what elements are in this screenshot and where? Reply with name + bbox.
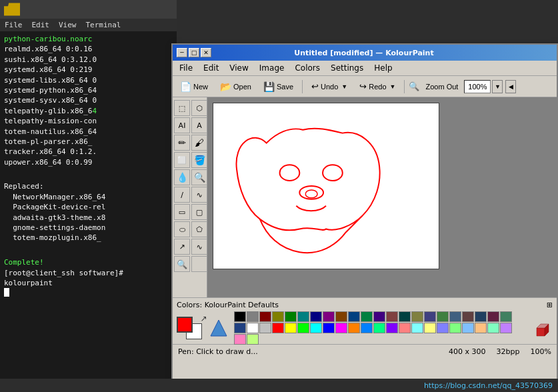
color-swatch[interactable] — [234, 334, 246, 345]
window-buttons[interactable]: ─ □ ✕ — [177, 48, 211, 57]
color-swatch[interactable] — [386, 311, 398, 322]
undo-button[interactable]: ↩ Undo ▼ — [307, 79, 352, 95]
color-swatch[interactable] — [297, 311, 309, 322]
extra-tool[interactable] — [191, 256, 207, 272]
select-tool[interactable]: ⬚ — [174, 100, 190, 116]
eraser-tool[interactable]: ⬜ — [174, 152, 190, 168]
menu-file[interactable]: File — [175, 62, 197, 74]
zoom-dropdown-button[interactable]: ▼ — [492, 80, 503, 93]
terminal-menubar[interactable]: File Edit View Terminal — [0, 19, 177, 31]
color-swatch[interactable] — [386, 323, 398, 333]
color-swatch[interactable] — [272, 323, 284, 333]
foreground-color[interactable] — [177, 317, 193, 333]
undo-label: Undo — [321, 83, 338, 91]
close-button[interactable]: ✕ — [201, 48, 211, 57]
text-tool[interactable]: A — [191, 117, 207, 133]
color-swatch[interactable] — [297, 323, 309, 333]
color-swatch[interactable] — [399, 311, 411, 322]
color-swatch[interactable] — [323, 311, 335, 322]
color-swatch[interactable] — [487, 323, 499, 333]
menu-colors[interactable]: Colors — [291, 62, 324, 74]
color-swatch[interactable] — [475, 311, 487, 322]
color-swatch[interactable] — [373, 323, 385, 333]
menu-settings[interactable]: Settings — [327, 62, 367, 74]
color-swatch[interactable] — [335, 323, 347, 333]
drawing-canvas[interactable] — [213, 103, 439, 269]
menu-view[interactable]: View — [225, 62, 252, 74]
color-swatch[interactable] — [462, 311, 474, 322]
save-button[interactable]: 💾 Save — [259, 79, 298, 95]
color-swatch[interactable] — [335, 311, 347, 322]
fill-tool[interactable]: 🪣 — [191, 152, 207, 168]
redo-button[interactable]: ↪ Redo ▼ — [355, 79, 400, 95]
freeselect-tool[interactable]: ⬡ — [191, 100, 207, 116]
menu-help[interactable]: Help — [370, 62, 396, 74]
minimize-button[interactable]: ─ — [177, 48, 187, 57]
color-swatch[interactable] — [285, 311, 297, 322]
color-swatch[interactable] — [424, 323, 436, 333]
pencil-tool[interactable]: ✏ — [174, 135, 190, 151]
curve-tool[interactable]: ∿ — [191, 187, 207, 203]
color-swatch[interactable] — [500, 311, 512, 322]
color-swatch[interactable] — [487, 311, 499, 322]
menu-image[interactable]: Image — [255, 62, 289, 74]
zoom-tool[interactable]: 🔍 — [174, 256, 190, 272]
zoom-input[interactable] — [464, 80, 491, 93]
terminal-menu-edit[interactable]: Edit — [30, 20, 52, 30]
terminal-menu-file[interactable]: File — [3, 20, 25, 30]
color-swatch[interactable] — [234, 311, 246, 322]
magnify-tool[interactable]: 🔍 — [191, 169, 207, 185]
ellipse-tool[interactable]: ⬭ — [174, 221, 190, 237]
color-swatch[interactable] — [323, 323, 335, 333]
terminal-menu-terminal[interactable]: Terminal — [84, 20, 123, 30]
undo-dropdown-icon[interactable]: ▼ — [341, 83, 347, 90]
color-swatch[interactable] — [411, 323, 423, 333]
color-swatch[interactable] — [272, 311, 284, 322]
maximize-button[interactable]: □ — [189, 48, 199, 57]
color-swatch[interactable] — [437, 311, 449, 322]
zoom-extra-button[interactable]: ◀ — [505, 80, 516, 93]
color-swatch[interactable] — [361, 323, 373, 333]
color-swatch[interactable] — [348, 311, 360, 322]
color-swatch[interactable] — [411, 311, 423, 322]
eyedropper-tool[interactable]: 💧 — [174, 169, 190, 185]
color-cursor-icon: ↗ — [201, 314, 207, 323]
polygon-tool[interactable]: ⬠ — [191, 221, 207, 237]
terminal-menu-view[interactable]: View — [57, 20, 79, 30]
redo-dropdown-icon[interactable]: ▼ — [390, 83, 396, 90]
canvas-area[interactable] — [207, 97, 557, 297]
color-swatch[interactable] — [285, 323, 297, 333]
ai-tool[interactable]: AI — [174, 117, 190, 133]
color-swatch[interactable] — [462, 323, 474, 333]
palette-expand-icon[interactable]: ⊞ — [547, 301, 553, 309]
color-swatch[interactable] — [475, 323, 487, 333]
color-swatch[interactable] — [310, 311, 322, 322]
color-swatch[interactable] — [437, 323, 449, 333]
color-swatch[interactable] — [310, 323, 322, 333]
open-button[interactable]: 📂 Open — [215, 79, 256, 95]
color-swatch[interactable] — [399, 323, 411, 333]
color-swatch[interactable] — [500, 323, 512, 333]
new-button[interactable]: 📄 New — [175, 79, 213, 95]
roundrect-tool[interactable]: ▢ — [191, 204, 207, 220]
rect-tool[interactable]: ▭ — [174, 204, 190, 220]
color-swatch[interactable] — [361, 311, 373, 322]
open-icon: 📂 — [220, 81, 231, 92]
color-swatch[interactable] — [259, 311, 271, 322]
color-swatch[interactable] — [424, 311, 436, 322]
color-swatch[interactable] — [373, 311, 385, 322]
color-swatch[interactable] — [247, 311, 259, 322]
color-swatch[interactable] — [259, 323, 271, 333]
brush-tool[interactable]: 🖌 — [191, 135, 207, 151]
line-tool[interactable]: / — [174, 187, 190, 203]
color-swatch[interactable] — [234, 323, 246, 333]
arrow-tool[interactable]: ↗ — [174, 239, 190, 255]
color-swatch[interactable] — [449, 323, 461, 333]
wave-tool[interactable]: ∿ — [191, 239, 207, 255]
zoom-out-button[interactable]: Zoom Out — [421, 79, 463, 95]
color-swatch[interactable] — [247, 334, 259, 345]
color-swatch[interactable] — [348, 323, 360, 333]
color-swatch[interactable] — [247, 323, 259, 333]
menu-edit[interactable]: Edit — [199, 62, 223, 74]
color-swatch[interactable] — [449, 311, 461, 322]
